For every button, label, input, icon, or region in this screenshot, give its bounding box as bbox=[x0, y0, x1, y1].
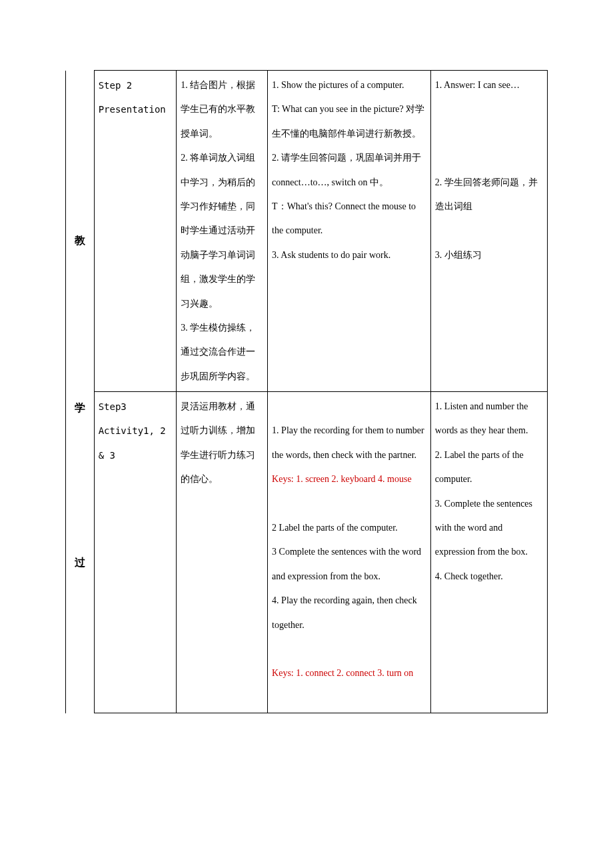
teacher-keys-text: Keys: 1. connect 2. connect 3. turn on bbox=[272, 661, 426, 685]
table-row: Step3 Activity1, 2 & 3 灵活运用教材，通过听力训练，增加学… bbox=[66, 392, 548, 713]
student-cell: 1. Answer: I can see… 2. 学生回答老师问题，并造出词组 … bbox=[430, 71, 547, 392]
side-title-char: 教 bbox=[75, 227, 85, 255]
student-cell: 1. Listen and number the words as they h… bbox=[430, 392, 547, 713]
lesson-plan-table: 教 学 过 Step 2 Presentation 1. 结合图片，根据学生已有… bbox=[65, 70, 548, 713]
side-title-cell: 教 学 过 bbox=[66, 71, 95, 713]
side-title-char: 过 bbox=[75, 549, 85, 577]
side-title-char: 学 bbox=[75, 394, 85, 422]
teacher-text: 1. Play the recording for them to number… bbox=[272, 425, 424, 459]
table-row: 教 学 过 Step 2 Presentation 1. 结合图片，根据学生已有… bbox=[66, 71, 548, 392]
intent-cell: 1. 结合图片，根据学生已有的水平教授单词。 2. 将单词放入词组中学习，为稍后… bbox=[177, 71, 268, 392]
teacher-keys-text: Keys: 1. screen 2. keyboard 4. mouse bbox=[272, 467, 426, 491]
step-cell: Step 2 Presentation bbox=[94, 71, 176, 392]
step-cell: Step3 Activity1, 2 & 3 bbox=[94, 392, 176, 713]
teacher-cell: 1. Show the pictures of a computer. T: W… bbox=[268, 71, 431, 392]
teacher-cell: 1. Play the recording for them to number… bbox=[268, 392, 431, 713]
intent-cell: 灵活运用教材，通过听力训练，增加学生进行听力练习的信心。 bbox=[177, 392, 268, 713]
teacher-text: 2 Label the parts of the computer. 3 Com… bbox=[272, 516, 426, 637]
